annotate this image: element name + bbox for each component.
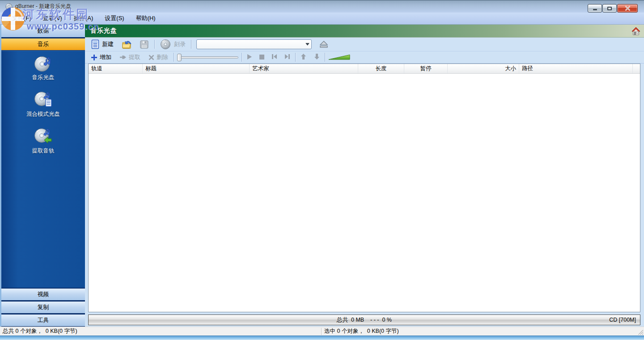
home-button[interactable] (631, 26, 641, 36)
column-header-size[interactable]: 大小 (448, 64, 519, 73)
sidebar-item-label: 提取音轨 (32, 147, 55, 155)
track-toolbar: 增加 提取 删除 (85, 51, 644, 64)
stop-icon (259, 55, 264, 60)
sidebar-section-video[interactable]: 视频 (1, 288, 85, 301)
sidebar-item-music-disc[interactable]: 音乐光盘 (32, 55, 55, 81)
table-body[interactable] (89, 74, 640, 312)
capacity-summary: 总共 0 MB - - - 0 % (337, 316, 392, 324)
next-track-button[interactable] (284, 54, 290, 61)
content-header: 音乐光盘 (85, 25, 644, 38)
plus-icon (91, 54, 97, 61)
down-arrow-icon (314, 53, 320, 60)
new-button-label: 新建 (102, 40, 114, 48)
minimize-button[interactable] (588, 4, 602, 13)
page-title: 音乐光盘 (90, 27, 117, 35)
recorder-combobox[interactable] (196, 39, 312, 49)
next-track-icon (284, 54, 290, 60)
window-titlebar: gBurner - 新建音乐光盘 (0, 0, 644, 13)
save-button[interactable] (137, 39, 151, 50)
menu-bar: 文件(F) 查看(V) 操作(A) 设置(S) 帮助(H) (0, 13, 644, 25)
open-folder-icon (122, 40, 132, 49)
open-button[interactable] (119, 39, 135, 50)
sidebar-bottom-sections: 视频 复制 工具 (1, 288, 85, 327)
column-header-path[interactable]: 路径 (519, 64, 633, 73)
music-disc-icon (34, 55, 53, 72)
add-button[interactable]: 增加 (89, 52, 114, 62)
capacity-bar: 总共 0 MB - - - 0 % CD [700M] (88, 314, 640, 325)
seek-slider-track (180, 56, 238, 59)
sidebar-section-tools[interactable]: 工具 (1, 314, 85, 327)
new-button[interactable]: 新建 (89, 38, 116, 50)
sidebar-item-label: 混合模式光盘 (26, 110, 60, 118)
maximize-button[interactable] (602, 4, 617, 13)
add-button-label: 增加 (100, 53, 111, 61)
move-down-button[interactable] (314, 53, 320, 61)
toolbar-separator (174, 53, 174, 62)
mixed-mode-disc-icon (34, 91, 53, 109)
toolbar-separator (242, 53, 242, 62)
delete-x-icon (148, 55, 154, 60)
sidebar-section-copy[interactable]: 复制 (1, 301, 85, 314)
burn-button-label: 刻录 (174, 40, 186, 48)
column-header-pause[interactable]: 暂停 (404, 64, 448, 73)
column-header-spacer (633, 64, 640, 73)
track-table: 轨道 标题 艺术家 长度 暂停 大小 路径 (88, 64, 640, 312)
column-header-artist[interactable]: 艺术家 (250, 64, 358, 73)
media-type-label: CD [700M] (609, 317, 636, 323)
sidebar-item-label: 音乐光盘 (32, 74, 55, 81)
column-header-track[interactable]: 轨道 (89, 64, 143, 73)
menu-item-settings[interactable]: 设置(S) (99, 13, 130, 24)
extract-button-label: 提取 (129, 53, 140, 61)
table-header: 轨道 标题 艺术家 长度 暂停 大小 路径 (89, 64, 640, 74)
sidebar: 数据 音乐 音乐光盘 (0, 25, 85, 327)
volume-level-icon (328, 54, 351, 61)
status-total-objects: 总共 0 个对象， 0 KB(0 字节) (0, 327, 321, 335)
close-button[interactable] (617, 4, 638, 13)
move-up-button[interactable] (301, 53, 306, 61)
new-document-icon (91, 39, 100, 49)
resize-grip[interactable] (637, 329, 644, 335)
menu-item-action[interactable]: 操作(A) (68, 13, 99, 24)
sidebar-item-mixed-mode-disc[interactable]: 混合模式光盘 (26, 91, 60, 118)
volume-slider[interactable] (328, 54, 351, 61)
toolbar-separator (191, 40, 191, 49)
previous-track-button[interactable] (271, 54, 277, 61)
status-bar: 总共 0 个对象， 0 KB(0 字节) 选中 0 个对象， 0 KB(0 字节… (0, 327, 644, 336)
content-area: 音乐光盘 新建 (85, 25, 644, 327)
seek-slider-thumb[interactable] (177, 54, 182, 61)
column-header-length[interactable]: 长度 (358, 64, 404, 73)
minimize-icon (593, 9, 597, 10)
sidebar-item-extract-audio[interactable]: 提取音轨 (32, 128, 55, 155)
sidebar-music-nav: 音乐光盘 混合模式光盘 (1, 51, 85, 288)
stop-button[interactable] (259, 54, 264, 61)
play-icon (247, 54, 252, 60)
toolbar-separator (154, 40, 155, 49)
seek-slider[interactable] (177, 54, 238, 61)
column-header-title[interactable]: 标题 (143, 64, 250, 73)
up-arrow-icon (301, 53, 306, 60)
eject-icon (319, 40, 329, 49)
extract-button[interactable]: 提取 (117, 52, 143, 62)
extract-audio-icon (34, 128, 53, 146)
toolbar-separator (295, 53, 296, 62)
close-icon (625, 6, 630, 11)
window-bottom-frame (0, 336, 644, 340)
chevron-down-icon (305, 43, 309, 46)
eject-button[interactable] (319, 40, 329, 49)
status-selected-objects: 选中 0 个对象， 0 KB(0 字节) (322, 327, 399, 335)
delete-button-label: 删除 (157, 53, 168, 61)
menu-item-help[interactable]: 帮助(H) (130, 13, 161, 24)
app-icon (5, 3, 13, 10)
sidebar-section-music[interactable]: 音乐 (1, 38, 85, 51)
burn-button[interactable]: 刻录 (158, 38, 188, 51)
burn-disc-icon (160, 39, 172, 50)
play-button[interactable] (247, 54, 252, 61)
previous-track-icon (271, 54, 277, 60)
menu-item-file[interactable]: 文件(F) (6, 13, 37, 24)
delete-button[interactable]: 删除 (146, 52, 170, 62)
home-icon (631, 27, 640, 36)
window-title: gBurner - 新建音乐光盘 (15, 3, 71, 10)
sidebar-section-data[interactable]: 数据 (1, 25, 85, 38)
maximize-icon (607, 7, 612, 10)
menu-item-view[interactable]: 查看(V) (37, 13, 68, 24)
